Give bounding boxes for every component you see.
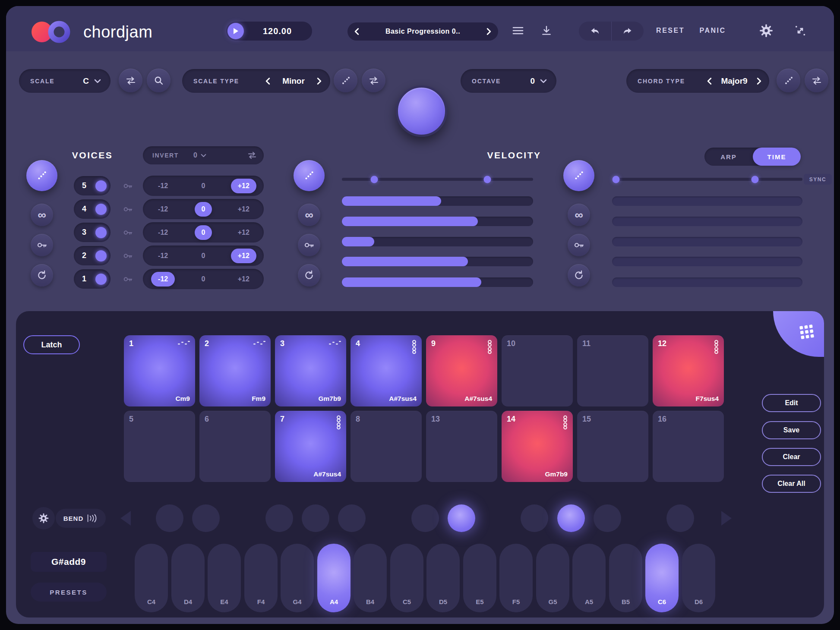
voice-lock-icon[interactable] xyxy=(123,274,133,284)
clear-all-button[interactable]: Clear All xyxy=(762,475,821,493)
velocity-infinity-button[interactable]: ∞ xyxy=(298,204,320,226)
chord-type-select[interactable]: CHORD TYPE Major9 xyxy=(626,69,769,93)
pad-view-toggle[interactable] xyxy=(773,311,824,357)
velocity-bar-1[interactable] xyxy=(342,196,533,206)
transpose-minus12[interactable]: -12 xyxy=(143,202,183,217)
octave-select[interactable]: OCTAVE 0 xyxy=(461,69,556,93)
transpose-plus12[interactable]: +12 xyxy=(224,202,264,217)
velocity-lock-button[interactable] xyxy=(298,234,320,256)
menu-button[interactable] xyxy=(509,22,527,39)
piano-key-c6[interactable]: C6 xyxy=(645,544,679,612)
pad-8[interactable]: 8 xyxy=(351,411,422,482)
time-bar-2[interactable] xyxy=(612,217,802,226)
time-bar-1[interactable] xyxy=(612,196,802,206)
transpose-minus12[interactable]: -12 xyxy=(143,272,183,287)
voice-lock-icon[interactable] xyxy=(123,204,133,214)
time-lock-button[interactable] xyxy=(568,234,590,256)
tab-time[interactable]: TIME xyxy=(753,148,801,166)
clear-button[interactable]: Clear xyxy=(762,448,821,466)
transpose-plus12[interactable]: +12 xyxy=(224,225,264,240)
piano-key-b5[interactable]: B5 xyxy=(609,544,642,612)
slider-handle-max[interactable] xyxy=(483,176,491,183)
velocity-bar-2[interactable] xyxy=(342,217,533,226)
transpose-minus12[interactable]: -12 xyxy=(143,225,183,240)
latch-button[interactable]: Latch xyxy=(23,335,80,354)
scale-type-swap-button[interactable] xyxy=(362,69,385,92)
save-button[interactable]: Save xyxy=(762,421,821,439)
scale-select[interactable]: SCALE C xyxy=(19,69,111,93)
voice-5-toggle[interactable]: 5 xyxy=(74,176,111,195)
voices-random-knob[interactable] xyxy=(26,160,57,191)
transpose-plus12[interactable]: +12 xyxy=(224,249,264,263)
time-bar-4[interactable] xyxy=(612,257,802,266)
black-key-ds5[interactable] xyxy=(448,504,475,532)
black-key-gs4[interactable] xyxy=(302,504,329,532)
black-key-cs5[interactable] xyxy=(411,504,439,532)
piano-key-d4[interactable]: D4 xyxy=(171,544,205,612)
velocity-random-knob[interactable] xyxy=(294,160,325,191)
time-range-slider[interactable] xyxy=(612,177,802,181)
chord-type-prev-button[interactable] xyxy=(707,77,712,85)
bend-toggle[interactable]: BEND xyxy=(56,509,106,528)
scale-type-random-button[interactable] xyxy=(334,69,357,92)
time-random-knob[interactable] xyxy=(563,160,594,191)
preset-prev-button[interactable] xyxy=(354,28,359,35)
pad-7[interactable]: 7 A#7sus4 xyxy=(275,411,346,482)
velocity-bar-3[interactable] xyxy=(342,237,533,246)
octave-shift-right-button[interactable] xyxy=(721,511,732,526)
undo-button[interactable] xyxy=(579,22,611,41)
transpose-plus12[interactable]: +12 xyxy=(224,179,264,193)
settings-button[interactable] xyxy=(758,22,775,39)
transpose-plus12[interactable]: +12 xyxy=(224,272,264,287)
black-key-cs6[interactable] xyxy=(666,504,694,532)
piano-key-a5[interactable]: A5 xyxy=(572,544,606,612)
invert-control[interactable]: INVERT 0 xyxy=(143,146,264,164)
transpose-zero[interactable]: 0 xyxy=(183,272,223,287)
save-preset-button[interactable] xyxy=(538,22,555,39)
scale-type-prev-button[interactable] xyxy=(265,77,270,85)
scale-detect-button[interactable] xyxy=(147,69,171,92)
voices-lock-button[interactable] xyxy=(31,234,53,256)
piano-key-d6[interactable]: D6 xyxy=(682,544,715,612)
transpose-minus12[interactable]: -12 xyxy=(143,249,183,263)
time-bar-3[interactable] xyxy=(612,237,802,246)
pad-2[interactable]: 2 Fm9 xyxy=(199,335,271,406)
time-bar-5[interactable] xyxy=(612,277,802,287)
black-key-fs4[interactable] xyxy=(265,504,293,532)
slider-handle-min[interactable] xyxy=(371,176,378,183)
panic-button[interactable]: PANIC xyxy=(687,27,739,35)
piano-key-g4[interactable]: G4 xyxy=(281,544,314,612)
black-key-cs4[interactable] xyxy=(156,504,183,532)
velocity-bar-4[interactable] xyxy=(342,257,533,266)
piano-key-c5[interactable]: C5 xyxy=(390,544,423,612)
velocity-refresh-button[interactable] xyxy=(298,264,320,287)
transpose-zero[interactable]: 0 xyxy=(183,249,223,263)
pad-5[interactable]: 5 xyxy=(124,411,195,482)
voices-refresh-button[interactable] xyxy=(31,264,53,287)
black-key-fs5[interactable] xyxy=(521,504,548,532)
chord-type-swap-button[interactable] xyxy=(805,69,828,92)
chord-type-next-button[interactable] xyxy=(757,77,761,85)
pad-6[interactable]: 6 xyxy=(199,411,271,482)
black-key-gs5[interactable] xyxy=(557,504,585,532)
main-chord-knob[interactable] xyxy=(396,85,447,137)
time-infinity-button[interactable]: ∞ xyxy=(568,204,590,226)
pad-3[interactable]: 3 Gm7b9 xyxy=(275,335,346,406)
pad-1[interactable]: 1 Cm9 xyxy=(124,335,195,406)
voice-1-toggle[interactable]: 1 xyxy=(74,269,111,289)
preset-next-button[interactable] xyxy=(486,28,491,35)
pad-4[interactable]: 4 A#7sus4 xyxy=(351,335,422,406)
preset-selector[interactable]: Basic Progression 0.. xyxy=(347,22,498,41)
transpose-zero[interactable]: 0 xyxy=(183,202,223,217)
voice-lock-icon[interactable] xyxy=(123,251,133,261)
time-refresh-button[interactable] xyxy=(568,264,590,287)
voice-lock-icon[interactable] xyxy=(123,181,133,191)
voice-2-toggle[interactable]: 2 xyxy=(74,246,111,265)
velocity-range-slider[interactable] xyxy=(342,177,533,181)
pad-15[interactable]: 15 xyxy=(577,411,648,482)
octave-shift-left-button[interactable] xyxy=(120,511,131,526)
resize-button[interactable] xyxy=(792,22,809,39)
play-button[interactable] xyxy=(227,23,244,39)
pad-14[interactable]: 14 Gm7b9 xyxy=(502,411,573,482)
bpm-display[interactable]: 120.00 xyxy=(244,26,311,36)
